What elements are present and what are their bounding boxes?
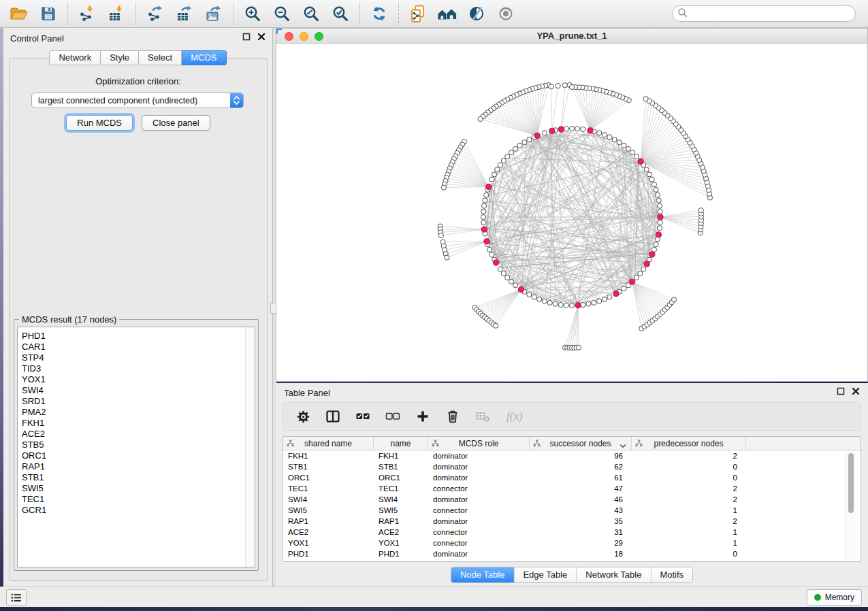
table-settings-button[interactable] (295, 408, 310, 425)
tab-mcds[interactable]: MCDS (182, 50, 226, 65)
mcds-result-item[interactable]: SRD1 (22, 396, 255, 407)
table-row[interactable]: ORC1ORC1dominator610 (283, 472, 861, 483)
run-mcds-button[interactable]: Run MCDS (66, 115, 133, 131)
table-cell[interactable]: 18 (530, 550, 632, 558)
zoom-in-button[interactable] (242, 3, 263, 24)
table-cell[interactable]: 1 (632, 506, 746, 514)
close-panel-icon[interactable] (852, 387, 860, 395)
network-window-titlebar[interactable]: YPA_prune.txt_1 (276, 28, 868, 44)
mcds-result-item[interactable]: GCR1 (22, 505, 255, 516)
table-cell[interactable]: dominator (428, 550, 530, 558)
table-cell[interactable]: FKH1 (283, 452, 374, 460)
optimization-criterion-dropdown[interactable]: largest connected component (undirected) (31, 93, 244, 108)
mcds-result-item[interactable]: PHD1 (22, 331, 255, 342)
network-graph[interactable] (276, 44, 867, 382)
table-cell[interactable]: ACE2 (374, 528, 428, 536)
close-window-button[interactable] (285, 32, 293, 41)
table-cell[interactable]: SWI5 (283, 506, 374, 514)
table-cell[interactable]: dominator (428, 463, 530, 471)
column-header-MCDS-role[interactable]: MCDS role (428, 437, 530, 450)
table-cell[interactable]: YOX1 (283, 539, 374, 547)
table-cell[interactable]: dominator (428, 495, 530, 503)
table-cell[interactable]: 0 (632, 474, 746, 482)
table-cell[interactable]: connector (428, 539, 530, 547)
hide-graphics-details-button[interactable] (466, 3, 487, 24)
table-cell[interactable]: ORC1 (374, 474, 428, 482)
open-session-button[interactable] (9, 3, 29, 24)
table-cell[interactable]: STB1 (283, 463, 374, 471)
table-cell[interactable]: SWI4 (283, 495, 374, 503)
table-cell[interactable]: STB1 (374, 463, 428, 471)
table-cell[interactable]: dominator (428, 517, 530, 525)
table-cell[interactable]: 35 (530, 517, 632, 525)
table-row[interactable]: YOX1YOX1connector291 (283, 538, 861, 548)
table-cell[interactable]: PHD1 (374, 550, 428, 558)
table-cell[interactable]: SWI4 (374, 495, 428, 503)
table-cell[interactable]: 0 (632, 463, 746, 471)
table-row[interactable]: STB1STB1dominator620 (283, 461, 861, 472)
table-cell[interactable]: TEC1 (374, 484, 428, 493)
search-input[interactable] (690, 8, 855, 19)
mcds-result-item[interactable]: ACE2 (22, 429, 255, 440)
table-cell[interactable]: PHD1 (283, 550, 374, 558)
tab-select[interactable]: Select (139, 50, 182, 65)
table-row[interactable]: RAP1RAP1dominator352 (283, 516, 861, 527)
save-session-button[interactable] (38, 3, 59, 24)
column-header-predecessor-nodes[interactable]: predecessor nodes (632, 437, 746, 450)
show-column-panel-button[interactable] (325, 408, 340, 425)
table-cell[interactable]: 2 (632, 495, 746, 503)
table-cell[interactable]: 46 (530, 495, 632, 503)
mcds-result-item[interactable]: SWI4 (22, 385, 255, 396)
tab-node-table[interactable]: Node Table (451, 567, 515, 582)
table-cell[interactable]: 96 (530, 452, 632, 460)
table-row[interactable]: FKH1FKH1dominator962 (283, 450, 861, 461)
close-panel-icon[interactable] (257, 33, 266, 41)
maximize-window-button[interactable] (315, 32, 323, 41)
table-cell[interactable]: 61 (530, 474, 632, 482)
table-cell[interactable]: YOX1 (374, 539, 428, 547)
column-header-shared-name[interactable]: shared name (283, 437, 374, 450)
table-cell[interactable]: 47 (530, 484, 632, 493)
task-history-button[interactable] (6, 589, 27, 606)
mcds-result-item[interactable]: PMA2 (22, 407, 255, 418)
table-cell[interactable]: 2 (632, 517, 746, 525)
mcds-result-item[interactable]: STB5 (22, 440, 255, 450)
column-header-successor-nodes[interactable]: successor nodes (530, 437, 632, 450)
tab-network-table[interactable]: Network Table (577, 567, 651, 582)
mcds-result-item[interactable]: STB1 (22, 472, 255, 483)
network-overview-button[interactable] (437, 3, 457, 24)
show-graphics-details-button[interactable] (496, 3, 516, 24)
minimize-window-button[interactable] (300, 32, 308, 41)
tab-motifs[interactable]: Motifs (651, 567, 692, 582)
table-cell[interactable]: 31 (530, 528, 632, 536)
table-scrollbar[interactable] (846, 450, 856, 560)
table-cell[interactable]: RAP1 (283, 517, 374, 525)
create-column-button[interactable] (415, 408, 430, 425)
close-panel-button[interactable]: Close panel (142, 115, 210, 131)
table-cell[interactable]: 1 (632, 539, 746, 547)
mcds-result-item[interactable]: RAP1 (22, 461, 255, 472)
table-cell[interactable]: 43 (530, 506, 632, 514)
float-panel-icon[interactable] (837, 387, 845, 395)
table-cell[interactable]: dominator (428, 452, 530, 460)
table-cell[interactable]: ACE2 (283, 528, 374, 536)
table-cell[interactable]: SWI5 (374, 506, 428, 514)
zoom-selected-button[interactable] (330, 3, 351, 24)
mcds-result-item[interactable]: TID3 (22, 363, 255, 374)
mcds-result-item[interactable]: YOX1 (22, 374, 255, 385)
mcds-result-item[interactable]: STP4 (22, 352, 255, 363)
zoom-out-button[interactable] (272, 3, 292, 24)
export-network-button[interactable] (145, 3, 165, 24)
table-cell[interactable]: connector (428, 484, 530, 493)
search-box[interactable] (672, 5, 856, 22)
export-document-button[interactable] (408, 3, 428, 24)
mcds-result-item[interactable]: ORC1 (22, 450, 255, 461)
table-cell[interactable]: connector (428, 506, 530, 514)
table-row[interactable]: SWI4SWI4dominator462 (283, 494, 861, 505)
column-header-name[interactable]: name (374, 437, 428, 450)
select-all-button[interactable] (355, 408, 370, 425)
table-cell[interactable]: connector (428, 528, 530, 536)
table-row[interactable]: TEC1TEC1connector472 (283, 483, 861, 494)
tab-style[interactable]: Style (101, 50, 139, 65)
export-image-button[interactable] (204, 3, 224, 24)
